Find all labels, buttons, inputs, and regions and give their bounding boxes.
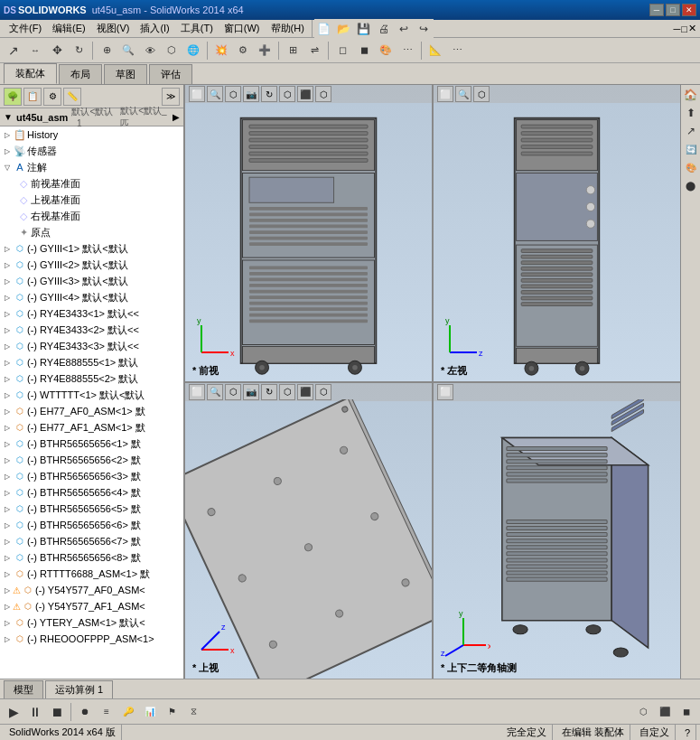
tree-item-bthr4[interactable]: ▷ ⬡ (-) BTHR56565656<4> 默 [0,484,183,501]
btb-shaded[interactable]: ◼ [677,702,696,722]
ri-circle[interactable]: ⬤ [683,177,699,193]
expand-ry1[interactable]: ▷ [2,306,13,321]
tree-item-history[interactable]: ▷ 📋 History [0,126,183,143]
vp-top-extra2[interactable]: ⬛ [297,384,313,400]
expand-g3[interactable]: ▷ [2,274,13,288]
tree-item-ry4e888_2[interactable]: ▷ ⬡ (-) RY4E888555<2> 默认 [0,370,183,387]
open-button[interactable]: 📂 [334,19,354,39]
tree-item-eh77af1[interactable]: ▷ ⬡ (-) EH77_AF1_ASM<1> 默 [0,419,183,436]
vp-top-fullscreen[interactable]: ⬜ [189,384,205,400]
tb-more2[interactable]: ⋯ [447,41,467,61]
expand-b6[interactable]: ▷ [2,518,13,532]
doc-close-button[interactable]: ✕ [688,23,696,34]
menu-tools[interactable]: 工具(T) [175,20,219,37]
ri-paint[interactable]: 🎨 [683,159,699,175]
tree-item-ry4e1[interactable]: ▷ ⬡ (-) RY4E3433<1> 默认<< [0,305,183,322]
expand-g1[interactable]: ▷ [2,241,13,256]
new-button[interactable]: 📄 [314,19,334,39]
expand-b2[interactable]: ▷ [2,453,13,467]
tb-move[interactable]: ✥ [47,41,67,61]
expand-b7[interactable]: ▷ [2,534,13,548]
vp-top-extra3[interactable]: ⬡ [315,384,331,400]
btb-pause[interactable]: ⏸ [25,702,45,722]
dim-mgr-btn[interactable]: 📏 [63,88,81,106]
vp-left-fullscreen[interactable]: ⬜ [437,86,453,102]
btb-timeline[interactable]: 📊 [140,702,160,722]
tb-mate[interactable]: ⚙ [233,41,253,61]
menu-window[interactable]: 窗口(W) [219,20,266,37]
save-button[interactable]: 💾 [354,19,374,39]
tree-item-right-plane[interactable]: ◇ 右视基准面 [4,208,183,224]
tree-item-eh77af0[interactable]: ▷ ⬡ (-) EH77_AF0_ASM<1> 默 [0,403,183,419]
tb-mirror[interactable]: ⇌ [304,41,324,61]
btb-solid[interactable]: ⬛ [655,702,675,722]
tab-layout[interactable]: 布局 [59,64,102,84]
vp-top-extra1[interactable]: ⬡ [279,384,295,400]
vp-front-box[interactable]: ⬡ [225,86,241,102]
tb-smart-dim[interactable]: ↔ [25,41,45,61]
viewport-area[interactable]: ⬜ 🔍 ⬡ 📷 ↻ ⬡ ⬛ ⬡ [185,85,680,679]
expand-g4[interactable]: ▷ [2,290,13,304]
btb-wireframe[interactable]: ⬡ [633,702,653,722]
tb-section[interactable]: ⬡ [162,41,182,61]
expand-tp[interactable] [5,192,16,207]
maximize-button[interactable]: □ [666,4,680,16]
menu-view[interactable]: 视图(V) [91,20,135,37]
redo-button[interactable]: ↪ [414,19,434,39]
expand-annotations[interactable]: ▽ [2,160,13,174]
expand-r81[interactable]: ▷ [2,355,13,370]
expand-r82[interactable]: ▷ [2,371,13,386]
menu-edit[interactable]: 编辑(E) [47,20,91,37]
vp-iso-fullscreen[interactable]: ⬜ [437,384,453,400]
tb-zoom-in[interactable]: 🔍 [118,41,138,61]
tree-item-bthr2[interactable]: ▷ ⬡ (-) BTHR56565656<2> 默 [0,452,183,468]
expand-y0[interactable]: ▷ [2,583,13,597]
ri-diag[interactable]: ↗ [683,123,699,139]
tab-sketch[interactable]: 草图 [104,64,147,84]
tree-item-rheooofppp[interactable]: ▷ ⬡ (-) RHEOOOFPPP_ASM<1> [0,631,183,647]
tb-zoom-fit[interactable]: ⊕ [97,41,117,61]
tb-view[interactable]: 👁 [140,41,160,61]
expand-b4[interactable]: ▷ [2,485,13,500]
btb-flag[interactable]: ⚑ [162,702,182,722]
expand-fp[interactable] [5,176,16,191]
tab-evaluate[interactable]: 评估 [149,64,192,84]
tree-item-ry4e888_1[interactable]: ▷ ⬡ (-) RY4E888555<1> 默认 [0,354,183,370]
minimize-button[interactable]: ─ [649,4,664,16]
print-button[interactable]: 🖨 [374,19,394,39]
config-mgr-btn[interactable]: ⚙ [43,88,61,106]
bottom-tab-motion[interactable]: 运动算例 1 [45,680,113,698]
tree-item-origin[interactable]: ✦ 原点 [4,224,183,240]
status-custom[interactable]: 自定义 [634,725,676,740]
tree-item-bthr8[interactable]: ▷ ⬡ (-) BTHR56565656<8> 默 [0,549,183,566]
tree-item-ry4e3[interactable]: ▷ ⬡ (-) RY4E3433<3> 默认<< [0,338,183,354]
tb-reference[interactable]: 📐 [425,41,445,61]
tree-item-top-plane[interactable]: ◇ 上视基准面 [4,192,183,208]
panel-expand-btn[interactable]: ≫ [162,88,180,106]
menu-file[interactable]: 文件(F) [4,20,47,37]
vp-top-rot[interactable]: ↻ [261,384,277,400]
vp-front-cam[interactable]: 📷 [243,86,259,102]
tree-item-bthr3[interactable]: ▷ ⬡ (-) BTHR56565656<3> 默 [0,468,183,484]
tree-item-annotations[interactable]: ▽ A 注解 [0,159,183,175]
btb-play[interactable]: ▶ [4,702,23,722]
expand-ry3[interactable]: ▷ [2,339,13,353]
vp-left-zoom[interactable]: 🔍 [455,86,471,102]
vp-front-zoom[interactable]: 🔍 [207,86,223,102]
feature-mgr-btn[interactable]: 🌳 [4,88,22,106]
expand-ry2[interactable]: ▷ [2,323,13,337]
viewport-left[interactable]: ⬜ 🔍 ⬡ [434,85,680,381]
btb-stop[interactable]: ⏹ [47,702,67,722]
btb-keyframe[interactable]: 🔑 [118,702,138,722]
tree-item-front-plane[interactable]: ◇ 前视基准面 [4,175,183,192]
property-mgr-btn[interactable]: 📋 [23,88,42,106]
tree-item-wttttt[interactable]: ▷ ⬡ (-) WTTTTT<1> 默认<默认 [0,387,183,403]
tree-item-bthr5[interactable]: ▷ ⬡ (-) BTHR56565656<5> 默 [0,501,183,517]
btb-layers[interactable]: ≡ [97,702,117,722]
tb-linear[interactable]: ⊞ [283,41,303,61]
expand-wt[interactable]: ▷ [2,388,13,402]
vp-top-zoom[interactable]: 🔍 [207,384,223,400]
tree-item-bthr1[interactable]: ▷ ⬡ (-) BTHR56565656<1> 默 [0,436,183,452]
tb-hide[interactable]: ◻ [332,41,352,61]
doc-min-button[interactable]: ─ [674,23,681,34]
